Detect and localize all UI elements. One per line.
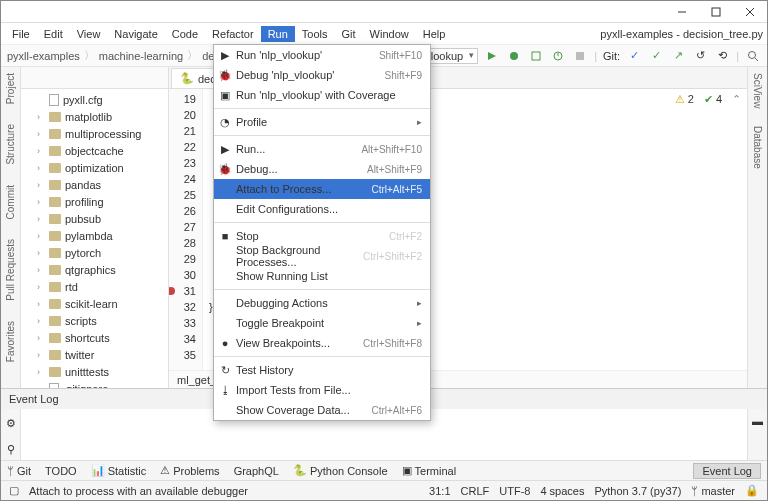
status-interpreter[interactable]: Python 3.7 (py37) [594, 485, 681, 497]
tree-folder[interactable]: ›qtgraphics [21, 261, 168, 278]
tree-folder[interactable]: ›pubsub [21, 210, 168, 227]
editor-gutter[interactable]: 1920212223242526272829303132333435 [169, 89, 203, 370]
tree-folder[interactable]: ›scikit-learn [21, 295, 168, 312]
event-log-button[interactable]: Event Log [693, 463, 761, 479]
filter-icon[interactable]: ⚲ [3, 441, 19, 457]
menu-item-edit-configurations[interactable]: Edit Configurations... [214, 199, 430, 219]
menu-item-run[interactable]: ▶Run...Alt+Shift+F10 [214, 139, 430, 159]
folder-icon [49, 214, 61, 224]
menu-item-show-coverage-data[interactable]: Show Coverage Data...Ctrl+Alt+F6 [214, 400, 430, 420]
status-branch[interactable]: ᛘ master [691, 485, 735, 497]
tool-statistic[interactable]: 📊Statistic [91, 464, 147, 477]
tool-terminal[interactable]: ▣Terminal [402, 464, 457, 477]
git-commit-icon[interactable]: ✓ [648, 48, 664, 64]
tool-database[interactable]: Database [752, 126, 763, 169]
menu-item-label: Import Tests from File... [236, 384, 351, 396]
window-maximize-button[interactable] [699, 1, 733, 22]
menu-item-debug-nlp-vlookup[interactable]: 🐞Debug 'nlp_vlookup'Shift+F9 [214, 65, 430, 85]
breadcrumb[interactable]: machine-learning [99, 50, 183, 62]
git-push-icon[interactable]: ↗ [670, 48, 686, 64]
tool-favorites[interactable]: Favorites [5, 321, 16, 362]
menu-item-show-running-list[interactable]: Show Running List [214, 266, 430, 286]
breadcrumb[interactable]: pyxll-examples [7, 50, 80, 62]
tree-folder[interactable]: ›multiprocessing [21, 125, 168, 142]
status-indent[interactable]: 4 spaces [540, 485, 584, 497]
menu-item-run-nlp-vlookup[interactable]: ▶Run 'nlp_vlookup'Shift+F10 [214, 45, 430, 65]
tree-folder[interactable]: ›profiling [21, 193, 168, 210]
status-caret[interactable]: 31:1 [429, 485, 450, 497]
collapse-icon[interactable]: ▬ [750, 413, 766, 429]
menu-code[interactable]: Code [165, 26, 205, 42]
menu-item-attach-to-process[interactable]: Attach to Process...Ctrl+Alt+F5 [214, 179, 430, 199]
tree-folder[interactable]: ›pytorch [21, 244, 168, 261]
status-eol[interactable]: CRLF [461, 485, 490, 497]
menu-edit[interactable]: Edit [37, 26, 70, 42]
profile-icon[interactable] [550, 48, 566, 64]
tree-folder[interactable]: ›shortcuts [21, 329, 168, 346]
menu-help[interactable]: Help [416, 26, 453, 42]
lock-icon[interactable]: 🔒 [745, 484, 759, 497]
menu-git[interactable]: Git [335, 26, 363, 42]
menu-item-stop-background-processes: Stop Background Processes...Ctrl+Shift+F… [214, 246, 430, 266]
menu-item-toggle-breakpoint[interactable]: Toggle Breakpoint▸ [214, 313, 430, 333]
tool-problems[interactable]: ⚠Problems [160, 464, 219, 477]
debug-icon[interactable] [506, 48, 522, 64]
window-close-button[interactable] [733, 1, 767, 22]
tree-folder[interactable]: ›pandas [21, 176, 168, 193]
folder-icon [49, 231, 61, 241]
folder-icon [49, 197, 61, 207]
window-icon[interactable]: ▢ [9, 484, 19, 497]
tool-structure[interactable]: Structure [5, 124, 16, 165]
submenu-arrow-icon: ▸ [417, 318, 422, 328]
menu-tools[interactable]: Tools [295, 26, 335, 42]
menu-item-debugging-actions[interactable]: Debugging Actions▸ [214, 293, 430, 313]
git-update-icon[interactable]: ✓ [626, 48, 642, 64]
tree-file[interactable]: pyxll.cfg [21, 91, 168, 108]
menu-item-run-nlp-vlookup-with-coverage[interactable]: ▣Run 'nlp_vlookup' with Coverage [214, 85, 430, 105]
tool-python-console[interactable]: 🐍Python Console [293, 464, 388, 477]
tool-sciview[interactable]: SciView [752, 73, 763, 108]
git-history-icon[interactable]: ↺ [692, 48, 708, 64]
stop-icon[interactable] [572, 48, 588, 64]
tree-folder[interactable]: ›unitttests [21, 363, 168, 380]
search-icon[interactable] [745, 48, 761, 64]
gear-icon[interactable]: ⚙ [3, 415, 19, 431]
tree-folder[interactable]: ›optimization [21, 159, 168, 176]
tree-folder[interactable]: ›matplotlib [21, 108, 168, 125]
tree-folder[interactable]: ›pylambda [21, 227, 168, 244]
tree-item-label: pylambda [65, 230, 113, 242]
menu-view[interactable]: View [70, 26, 108, 42]
menu-item-label: Profile [236, 116, 267, 128]
tool-git[interactable]: ᛘGit [7, 465, 31, 477]
menu-item-view-breakpoints[interactable]: ●View Breakpoints...Ctrl+Shift+F8 [214, 333, 430, 353]
menu-item-debug[interactable]: 🐞Debug...Alt+Shift+F9 [214, 159, 430, 179]
tool-pull-requests[interactable]: Pull Requests [5, 239, 16, 301]
inspection-summary[interactable]: ⚠ 2 ✔ 4 ⌃ [675, 93, 741, 106]
menu-item-profile[interactable]: ◔Profile▸ [214, 112, 430, 132]
tool-todo[interactable]: TODO [45, 465, 77, 477]
tool-commit[interactable]: Commit [5, 185, 16, 219]
menu-window[interactable]: Window [363, 26, 416, 42]
run-icon[interactable] [484, 48, 500, 64]
menu-refactor[interactable]: Refactor [205, 26, 261, 42]
tree-folder[interactable]: ›objectcache [21, 142, 168, 159]
coverage-icon[interactable] [528, 48, 544, 64]
tool-graphql[interactable]: GraphQL [234, 465, 279, 477]
title-file: decision_tree.py [683, 28, 763, 40]
tree-item-label: scikit-learn [65, 298, 118, 310]
tree-folder[interactable]: ›rtd [21, 278, 168, 295]
git-rollback-icon[interactable]: ⟲ [714, 48, 730, 64]
play-icon: ▶ [218, 143, 232, 156]
menu-item-import-tests-from-file[interactable]: ⭳Import Tests from File... [214, 380, 430, 400]
project-tree[interactable]: pyxll.cfg›matplotlib›multiprocessing›obj… [21, 89, 168, 388]
menu-item-label: Debug... [236, 163, 278, 175]
tool-project[interactable]: Project [5, 73, 16, 104]
tree-folder[interactable]: ›twitter [21, 346, 168, 363]
tree-folder[interactable]: ›scripts [21, 312, 168, 329]
status-encoding[interactable]: UTF-8 [499, 485, 530, 497]
menu-file[interactable]: File [5, 26, 37, 42]
menu-run[interactable]: Run [261, 26, 295, 42]
menu-navigate[interactable]: Navigate [107, 26, 164, 42]
tree-file[interactable]: .gitignore [21, 380, 168, 388]
window-minimize-button[interactable] [665, 1, 699, 22]
